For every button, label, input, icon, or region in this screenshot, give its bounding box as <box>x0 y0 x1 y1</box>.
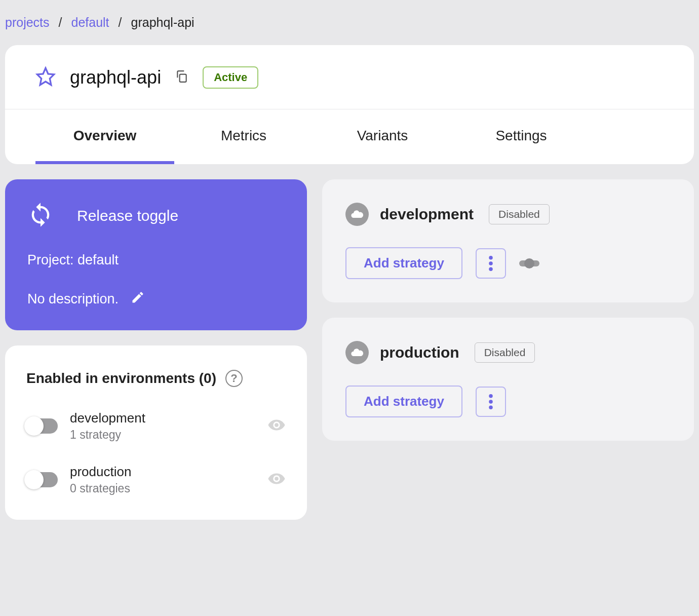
toggle-production[interactable] <box>26 472 58 487</box>
release-card: Release toggle Project: default No descr… <box>5 179 307 330</box>
tab-variants[interactable]: Variants <box>313 109 452 164</box>
tab-overview[interactable]: Overview <box>35 109 174 164</box>
strategy-card-production: production Disabled Add strategy <box>322 318 694 441</box>
disabled-badge: Disabled <box>489 204 550 224</box>
cloud-icon <box>345 203 369 226</box>
breadcrumb-default[interactable]: default <box>71 15 109 30</box>
strategy-env-name: production <box>380 344 459 361</box>
toggle-development[interactable] <box>26 418 58 434</box>
breadcrumb-separator: / <box>119 15 122 30</box>
breadcrumb-projects[interactable]: projects <box>5 15 50 30</box>
svg-point-2 <box>489 256 493 260</box>
star-icon[interactable] <box>35 66 56 89</box>
add-strategy-button[interactable]: Add strategy <box>345 247 462 279</box>
copy-icon[interactable] <box>175 70 188 85</box>
cloud-icon <box>345 341 369 364</box>
visibility-icon[interactable] <box>267 416 286 436</box>
description-text: No description. <box>27 291 119 307</box>
svg-rect-1 <box>180 74 186 82</box>
breadcrumb: projects / default / graphql-api <box>0 0 699 45</box>
env-strategies: 1 strategy <box>70 428 255 442</box>
environments-title: Enabled in environments (0) <box>26 370 216 387</box>
env-row-development: development 1 strategy <box>26 410 286 442</box>
svg-point-7 <box>489 405 493 409</box>
svg-point-4 <box>489 267 493 271</box>
svg-point-5 <box>489 394 493 398</box>
more-button[interactable] <box>476 387 506 417</box>
status-badge: Active <box>203 66 258 89</box>
breadcrumb-current: graphql-api <box>131 15 195 30</box>
release-toggle-label: Release toggle <box>77 207 178 224</box>
help-icon[interactable]: ? <box>225 370 243 387</box>
environments-card: Enabled in environments (0) ? developmen… <box>5 345 307 520</box>
more-button[interactable] <box>476 248 506 279</box>
visibility-icon[interactable] <box>267 470 286 490</box>
project-line: Project: default <box>27 252 285 268</box>
add-strategy-button[interactable]: Add strategy <box>345 386 462 417</box>
tabs: Overview Metrics Variants Settings <box>5 109 694 164</box>
env-name: development <box>70 410 255 426</box>
tab-settings[interactable]: Settings <box>452 109 591 164</box>
feature-title: graphql-api <box>70 67 161 88</box>
loop-icon <box>27 202 54 230</box>
svg-marker-0 <box>37 68 54 85</box>
env-name: production <box>70 464 255 480</box>
edit-icon[interactable] <box>131 290 145 308</box>
svg-point-6 <box>489 400 493 404</box>
env-strategies: 0 strategies <box>70 482 255 495</box>
mini-toggle[interactable] <box>519 260 539 266</box>
strategy-card-development: development Disabled Add strategy <box>322 179 694 302</box>
svg-point-3 <box>489 261 493 265</box>
breadcrumb-separator: / <box>59 15 62 30</box>
strategy-env-name: development <box>380 206 474 223</box>
tab-metrics[interactable]: Metrics <box>174 109 313 164</box>
header-card: graphql-api Active Overview Metrics Vari… <box>5 45 694 164</box>
env-row-production: production 0 strategies <box>26 464 286 495</box>
disabled-badge: Disabled <box>475 342 535 363</box>
